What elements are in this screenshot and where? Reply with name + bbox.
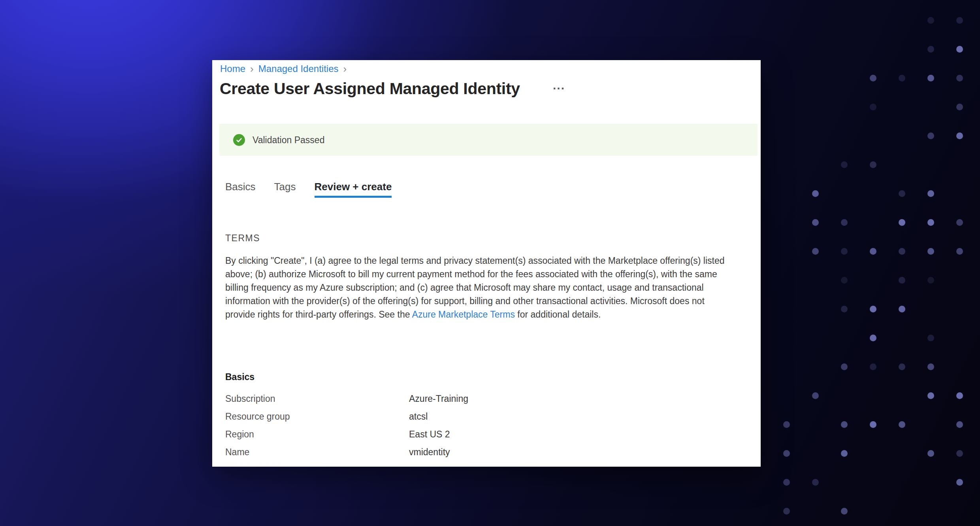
background-dot [812, 219, 819, 226]
background-dot [870, 306, 876, 312]
background-dot [956, 132, 963, 139]
table-row: Name vmidentity [225, 447, 739, 464]
row-label: Subscription [225, 393, 409, 404]
background-dot [927, 335, 934, 341]
row-label: Name [225, 447, 409, 458]
more-options-button[interactable]: ... [553, 75, 565, 96]
background-dot [899, 190, 905, 197]
terms-heading: TERMS [225, 233, 260, 244]
validation-banner: Validation Passed [219, 124, 758, 156]
background-dot [956, 104, 963, 110]
review-summary-table: Subscription Azure-Training Resource gro… [225, 393, 739, 464]
background-dot [956, 479, 963, 486]
success-check-icon [233, 134, 245, 146]
background-dot [899, 219, 905, 226]
background-dot [812, 479, 819, 486]
background-dot [927, 450, 934, 457]
background-dot [899, 277, 905, 284]
page-title: Create User Assigned Managed Identity [220, 78, 520, 99]
row-value: vmidentity [409, 447, 450, 458]
background-dot [899, 75, 905, 81]
desktop-background: Home › Managed Identities › Create User … [0, 0, 980, 526]
background-dot [841, 421, 848, 428]
table-row: Region East US 2 [225, 429, 739, 447]
tab-bar: Basics Tags Review + create [225, 181, 410, 198]
terms-text-after: for additional details. [515, 309, 601, 320]
chevron-right-icon: › [343, 64, 347, 74]
background-dot [812, 248, 819, 255]
background-dot [927, 277, 934, 284]
background-dot [841, 277, 848, 284]
tab-tags[interactable]: Tags [274, 181, 296, 198]
background-dot [783, 421, 790, 428]
background-dot [927, 132, 934, 139]
row-value: atcsl [409, 411, 428, 422]
background-dot [927, 363, 934, 370]
background-dot [870, 335, 876, 341]
background-dot [870, 363, 876, 370]
row-label: Resource group [225, 411, 409, 422]
background-dot [841, 450, 848, 457]
tab-basics[interactable]: Basics [225, 181, 256, 198]
row-value: Azure-Training [409, 393, 468, 404]
background-dot [783, 479, 790, 486]
background-dot [956, 248, 963, 255]
background-dot [927, 46, 934, 53]
background-dot [841, 363, 848, 370]
background-dot [870, 421, 876, 428]
background-dot [927, 190, 934, 197]
breadcrumb: Home › Managed Identities › [220, 63, 351, 75]
background-dot [841, 306, 848, 312]
background-dot [899, 248, 905, 255]
basics-section-heading: Basics [225, 372, 254, 382]
background-dot [927, 248, 934, 255]
background-dot [899, 306, 905, 312]
background-dot [956, 17, 963, 24]
tab-review-create[interactable]: Review + create [315, 181, 392, 198]
create-identity-panel: Home › Managed Identities › Create User … [212, 60, 761, 467]
validation-banner-text: Validation Passed [253, 135, 324, 146]
background-dot [956, 392, 963, 399]
terms-paragraph: By clicking "Create", I (a) agree to the… [225, 254, 726, 321]
background-dot [870, 104, 876, 110]
background-dot [812, 392, 819, 399]
background-dot [841, 248, 848, 255]
background-dot [841, 508, 848, 515]
breadcrumb-managed-identities-link[interactable]: Managed Identities [258, 63, 339, 75]
breadcrumb-home-link[interactable]: Home [220, 63, 245, 75]
background-dot [956, 46, 963, 53]
background-dot [783, 450, 790, 457]
background-dot [870, 161, 876, 168]
chevron-right-icon: › [250, 64, 254, 74]
background-dot [956, 450, 963, 457]
background-dot [956, 219, 963, 226]
table-row: Subscription Azure-Training [225, 393, 739, 411]
row-label: Region [225, 429, 409, 440]
background-dot [927, 75, 934, 81]
row-value: East US 2 [409, 429, 450, 440]
background-dot [841, 161, 848, 168]
background-dot [927, 392, 934, 399]
background-dot [783, 508, 790, 515]
background-dot [927, 17, 934, 24]
table-row: Resource group atcsl [225, 411, 739, 429]
background-dot [870, 248, 876, 255]
background-dot [927, 219, 934, 226]
azure-marketplace-terms-link[interactable]: Azure Marketplace Terms [412, 309, 515, 320]
background-dot [899, 363, 905, 370]
background-dot [870, 75, 876, 81]
background-dot [956, 75, 963, 81]
background-dot [812, 190, 819, 197]
background-dot [899, 421, 905, 428]
background-dot [956, 421, 963, 428]
background-dot [841, 219, 848, 226]
